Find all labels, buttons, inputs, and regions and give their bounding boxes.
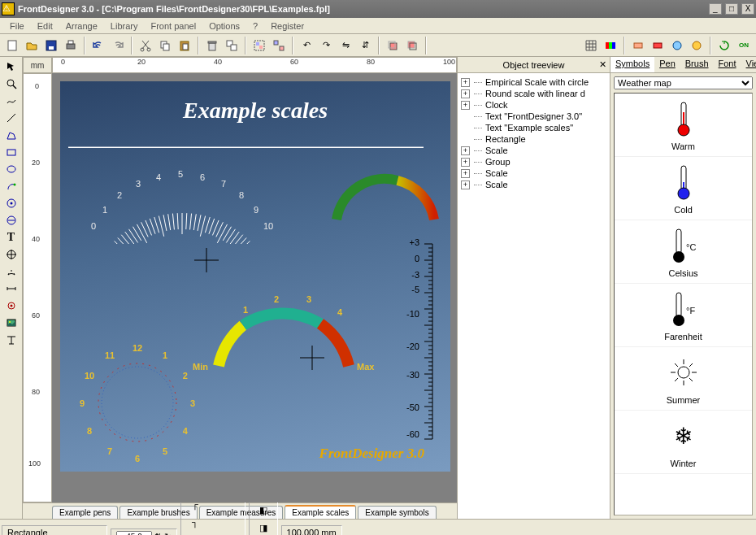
tree-expand-icon[interactable]: + bbox=[461, 158, 470, 167]
symbol-winter[interactable]: ❄ Winter bbox=[615, 411, 752, 474]
tree-item[interactable]: +Scale bbox=[461, 167, 606, 179]
menu-help[interactable]: ? bbox=[246, 20, 264, 33]
tree-expand-icon[interactable]: + bbox=[461, 78, 470, 87]
minimize-button[interactable]: _ bbox=[709, 3, 722, 15]
linestyle-3-icon[interactable]: ⌐ bbox=[186, 531, 204, 535]
pointer-tool-icon[interactable] bbox=[2, 59, 21, 75]
symbol-cold[interactable]: Cold bbox=[615, 157, 752, 220]
tree-item[interactable]: +Clock bbox=[461, 99, 606, 111]
rotate-right-icon[interactable]: ↷ bbox=[317, 37, 335, 54]
menu-edit[interactable]: Edit bbox=[31, 20, 59, 33]
maximize-button[interactable]: □ bbox=[725, 3, 738, 15]
tree-expand-icon[interactable]: + bbox=[461, 146, 470, 155]
line-tool-icon[interactable] bbox=[2, 110, 21, 126]
open-icon[interactable] bbox=[23, 37, 41, 54]
corner-3-icon[interactable]: ◨ bbox=[254, 520, 272, 536]
menu-arrange[interactable]: Arrange bbox=[59, 20, 104, 33]
tree-expand-icon[interactable]: + bbox=[461, 169, 470, 178]
status-input-1[interactable] bbox=[116, 531, 152, 535]
image-tool-icon[interactable] bbox=[2, 315, 21, 331]
symbol-farenheit[interactable]: °F Farenheit bbox=[615, 284, 752, 347]
refresh-icon[interactable] bbox=[715, 37, 733, 54]
ellipse-tool-icon[interactable] bbox=[2, 161, 21, 177]
text-tool-icon[interactable]: T bbox=[2, 229, 21, 246]
tab-pen[interactable]: Pen bbox=[654, 57, 680, 72]
symbol-list[interactable]: Warm Cold °C Celsius °F Farenheit Summer… bbox=[614, 93, 753, 515]
canvas-viewport[interactable]: Example scales 0 1 2 3 4 bbox=[52, 73, 457, 502]
tab-view[interactable]: View bbox=[741, 57, 756, 72]
front-panel-page[interactable]: Example scales 0 1 2 3 4 bbox=[60, 81, 450, 472]
corner-2-icon[interactable]: ◧ bbox=[254, 502, 272, 520]
bring-front-icon[interactable] bbox=[384, 37, 402, 54]
treeview-close-icon[interactable]: ✕ bbox=[599, 59, 606, 70]
delete-icon[interactable] bbox=[203, 37, 221, 54]
tree-item[interactable]: +Scale bbox=[461, 179, 606, 190]
close-button[interactable]: X bbox=[741, 3, 754, 15]
tab-symbols[interactable]: Symbols bbox=[610, 57, 654, 72]
rotate-icon[interactable]: ↻ bbox=[164, 532, 172, 535]
polygon-tool-icon[interactable] bbox=[2, 127, 21, 143]
save-icon[interactable] bbox=[42, 37, 60, 54]
tab-font[interactable]: Font bbox=[714, 57, 741, 72]
copy-icon[interactable] bbox=[156, 37, 174, 54]
cut-icon[interactable] bbox=[137, 37, 154, 54]
hole-tool-icon[interactable] bbox=[2, 212, 21, 228]
menu-file[interactable]: File bbox=[3, 20, 31, 33]
crosshair-tool-icon[interactable] bbox=[2, 246, 21, 263]
tool-b-icon[interactable] bbox=[649, 37, 667, 54]
menu-register[interactable]: Register bbox=[264, 20, 311, 33]
tree-item[interactable]: Rectangle bbox=[461, 133, 606, 145]
menu-options[interactable]: Options bbox=[202, 20, 246, 33]
grid-icon[interactable] bbox=[582, 37, 600, 54]
duplicate-icon[interactable] bbox=[223, 37, 241, 54]
tree-item[interactable]: +Scale bbox=[461, 145, 606, 156]
print-icon[interactable] bbox=[62, 37, 80, 54]
scale-tool-icon[interactable] bbox=[2, 263, 21, 280]
symbol-warm[interactable]: Warm bbox=[615, 94, 752, 157]
treeview-body[interactable]: +Empirical Scale with circle+Round scale… bbox=[458, 73, 610, 519]
svg-rect-19 bbox=[280, 46, 284, 50]
arc-tool-icon[interactable] bbox=[2, 178, 21, 194]
zoom-tool-icon[interactable] bbox=[2, 76, 21, 92]
measure-tool-icon[interactable] bbox=[2, 281, 21, 297]
tree-item[interactable]: +Group bbox=[461, 156, 606, 167]
tool-c-icon[interactable] bbox=[668, 37, 686, 54]
tool-d-icon[interactable] bbox=[688, 37, 706, 54]
symbol-summer[interactable]: Summer bbox=[615, 347, 752, 411]
tool-a-icon[interactable] bbox=[629, 37, 647, 54]
undo-icon[interactable] bbox=[89, 37, 107, 54]
tree-expand-icon[interactable]: + bbox=[461, 181, 470, 189]
tree-item[interactable]: +Round scale with linear d bbox=[461, 88, 606, 99]
ungroup-icon[interactable] bbox=[270, 37, 288, 54]
menu-frontpanel[interactable]: Front panel bbox=[144, 20, 202, 33]
send-back-icon[interactable] bbox=[403, 37, 421, 54]
tree-item[interactable]: Text "Example scales" bbox=[461, 122, 606, 133]
tree-expand-icon[interactable]: + bbox=[461, 101, 470, 110]
freehand-tool-icon[interactable] bbox=[2, 93, 21, 109]
tree-expand-icon[interactable]: + bbox=[461, 89, 470, 98]
tab-example-pens[interactable]: Example pens bbox=[52, 506, 118, 519]
symbol-library-select[interactable]: Weather map bbox=[614, 76, 753, 89]
rotate-left-icon[interactable]: ↶ bbox=[298, 37, 315, 54]
spinner-icon[interactable]: ⇅ bbox=[154, 532, 162, 535]
symbol-tool-icon[interactable] bbox=[2, 298, 21, 314]
tree-item[interactable]: Text "FrontDesigner 3.0" bbox=[461, 111, 606, 122]
tab-example-symbols[interactable]: Example symbols bbox=[358, 506, 436, 519]
palette-icon[interactable] bbox=[602, 37, 619, 54]
new-icon[interactable] bbox=[3, 37, 21, 54]
tab-brush[interactable]: Brush bbox=[680, 57, 714, 72]
align-tool-icon[interactable] bbox=[2, 332, 21, 348]
flip-h-icon[interactable]: ⇋ bbox=[337, 37, 354, 54]
on-toggle-icon[interactable]: ON bbox=[735, 37, 753, 54]
linestyle-2-icon[interactable]: ┐ bbox=[186, 513, 204, 531]
symbol-celsius[interactable]: °C Celsius bbox=[615, 220, 752, 284]
flip-v-icon[interactable]: ⇵ bbox=[356, 37, 374, 54]
menu-library[interactable]: Library bbox=[104, 20, 145, 33]
redo-icon[interactable] bbox=[109, 37, 127, 54]
paste-icon[interactable] bbox=[176, 37, 193, 54]
drill-tool-icon[interactable] bbox=[2, 195, 21, 211]
tree-item[interactable]: +Empirical Scale with circle bbox=[461, 76, 606, 88]
group-icon[interactable] bbox=[250, 37, 268, 54]
tab-example-scales[interactable]: Example scales bbox=[285, 505, 356, 519]
rect-tool-icon[interactable] bbox=[2, 144, 21, 160]
